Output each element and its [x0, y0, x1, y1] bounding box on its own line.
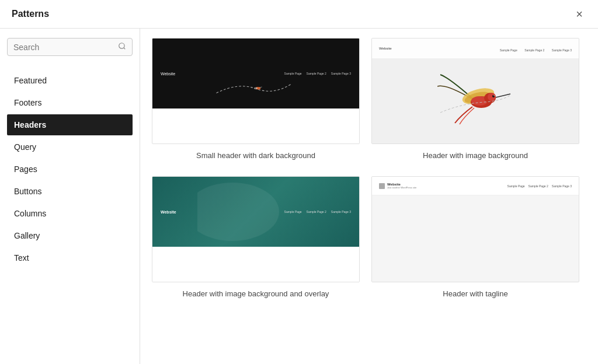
- pattern-preview-dark-header: Website Sample Page Sample Page 2 Sample…: [152, 38, 360, 144]
- bird-image-area: [372, 58, 579, 140]
- pattern-card-teal-header[interactable]: Website Sample Page Sample Page 2 Sample…: [152, 176, 360, 303]
- bird-header-nav: Sample Page Sample Page 2 Sample Page 3: [495, 43, 572, 54]
- sidebar-item-gallery[interactable]: Gallery: [7, 225, 133, 246]
- dark-header-nav-item: Sample Page 3: [331, 72, 351, 75]
- svg-point-4: [255, 88, 256, 89]
- sidebar-item-columns[interactable]: Columns: [7, 203, 133, 224]
- sidebar-item-text[interactable]: Text: [7, 247, 133, 268]
- bird-header-preview: Website Sample Page Sample Page 2 Sample…: [372, 38, 579, 144]
- close-button[interactable]: ×: [572, 7, 586, 21]
- dark-header-nav: Sample Page Sample Page 2 Sample Page 3: [284, 72, 351, 75]
- teal-header-logo: Website: [161, 210, 176, 214]
- bird-header-nav-item: Sample Page: [500, 48, 517, 52]
- sidebar: Featured Footers Headers Query Pages But…: [0, 29, 140, 364]
- search-box[interactable]: [7, 38, 133, 56]
- modal-header: Patterns ×: [0, 0, 598, 29]
- tagline-logo-sub: Just another WordPress site: [387, 186, 416, 189]
- dark-header-logo: Website: [161, 72, 175, 76]
- pattern-label-dark-header: Small header with dark background: [152, 149, 360, 164]
- pattern-card-dark-header[interactable]: Website Sample Page Sample Page 2 Sample…: [152, 38, 360, 164]
- bird-header-bar: Website Sample Page Sample Page 2 Sample…: [372, 38, 579, 58]
- svg-point-10: [488, 93, 496, 101]
- content-area: Website Sample Page Sample Page 2 Sample…: [140, 29, 598, 364]
- pattern-preview-teal-header: Website Sample Page Sample Page 2 Sample…: [152, 176, 360, 282]
- teal-header-preview: Website Sample Page Sample Page 2 Sample…: [152, 177, 359, 247]
- sidebar-item-buttons[interactable]: Buttons: [7, 181, 133, 202]
- tagline-header-nav: Sample Page Sample Page 2 Sample Page 3: [507, 184, 572, 188]
- sidebar-item-headers[interactable]: Headers: [7, 114, 133, 135]
- teal-header-nav-item: Sample Page: [284, 210, 302, 214]
- teal-header-nav-item: Sample Page 2: [307, 210, 326, 214]
- modal-title: Patterns: [12, 9, 49, 19]
- bird-header-nav-item: Sample Page 2: [524, 48, 544, 52]
- teal-header-nav: Sample Page Sample Page 2 Sample Page 3: [284, 210, 351, 214]
- pattern-label-teal-header: Header with image background and overlay: [152, 287, 360, 303]
- svg-line-1: [124, 48, 126, 50]
- pattern-preview-bird-header: Website Sample Page Sample Page 2 Sample…: [371, 38, 579, 144]
- dark-header-white-area: [152, 108, 359, 144]
- pattern-card-tagline-header[interactable]: Website Just another WordPress site Samp…: [371, 176, 579, 303]
- sidebar-item-pages[interactable]: Pages: [7, 159, 133, 180]
- tagline-nav-item: Sample Page 2: [529, 184, 548, 188]
- tagline-logo-block: Website Just another WordPress site: [379, 183, 416, 189]
- dark-header-nav-item: Sample Page: [284, 72, 302, 75]
- tagline-body: [372, 195, 579, 277]
- tagline-header-preview: Website Just another WordPress site Samp…: [372, 177, 579, 282]
- dark-header-nav-item: Sample Page 2: [307, 72, 326, 75]
- sidebar-item-footers[interactable]: Footers: [7, 92, 133, 113]
- pattern-label-bird-header: Header with image background: [371, 149, 579, 164]
- tagline-header-bar: Website Just another WordPress site Samp…: [372, 177, 579, 195]
- pattern-label-tagline-header: Header with tagline: [371, 287, 579, 303]
- search-icon: [118, 42, 126, 52]
- teal-header-nav-item: Sample Page 3: [331, 210, 351, 214]
- sidebar-item-featured[interactable]: Featured: [7, 70, 133, 91]
- dark-header-bird: [194, 80, 318, 100]
- modal-body: Featured Footers Headers Query Pages But…: [0, 29, 598, 364]
- pattern-card-bird-header[interactable]: Website Sample Page Sample Page 2 Sample…: [371, 38, 579, 164]
- tagline-nav-item: Sample Page 3: [552, 184, 572, 188]
- tagline-logo-text: Website Just another WordPress site: [387, 183, 416, 189]
- tagline-logo-square: [379, 183, 385, 189]
- patterns-grid: Website Sample Page Sample Page 2 Sample…: [152, 38, 586, 303]
- sidebar-item-query[interactable]: Query: [7, 136, 133, 158]
- pattern-preview-tagline-header: Website Just another WordPress site Samp…: [371, 176, 579, 282]
- svg-point-12: [493, 95, 494, 96]
- bird-header-logo: Website: [379, 47, 392, 50]
- svg-point-0: [119, 43, 124, 48]
- search-input[interactable]: [13, 43, 118, 52]
- tagline-nav-item: Sample Page: [507, 184, 525, 188]
- bird-header-nav-item: Sample Page 3: [552, 48, 572, 52]
- dark-header-preview: Website Sample Page Sample Page 2 Sample…: [152, 38, 359, 108]
- teal-header-white-area: [152, 247, 359, 282]
